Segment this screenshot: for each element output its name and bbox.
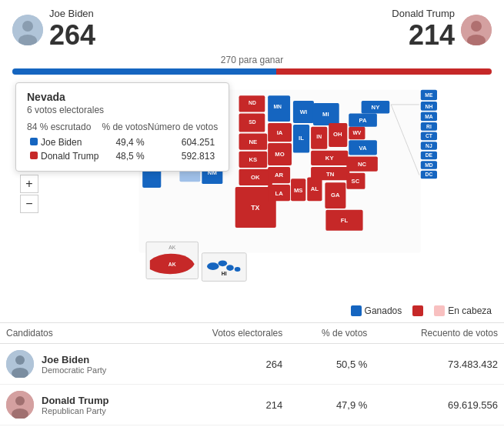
table-row-trump: Donald Trump Republican Party 214 47,9 %… xyxy=(0,385,504,425)
svg-text:HI: HI xyxy=(222,271,227,276)
svg-text:NC: NC xyxy=(358,161,367,168)
svg-text:OH: OH xyxy=(333,131,342,138)
biden-votes: 73.483.432 xyxy=(373,344,504,385)
legend: Ganados En cabeza xyxy=(0,305,504,322)
svg-text:IA: IA xyxy=(277,129,283,136)
svg-point-4 xyxy=(471,21,482,32)
svg-text:ME: ME xyxy=(425,92,433,98)
legend-pink-box xyxy=(434,305,445,316)
tooltip-row-trump: Donald Trump 48,5 % 592.813 xyxy=(27,149,218,163)
svg-point-102 xyxy=(226,265,234,271)
legend-won-trump xyxy=(412,305,423,316)
progress-trump xyxy=(276,68,492,75)
svg-text:IN: IN xyxy=(316,134,322,139)
to-win-label: 270 para ganar xyxy=(221,55,283,65)
biden-avatar-sm xyxy=(6,350,34,378)
trump-vote-count: 214 xyxy=(392,19,455,52)
tooltip-col-num: Número de votos xyxy=(148,122,218,135)
svg-text:NE: NE xyxy=(249,138,258,145)
trump-table-name: Donald Trump xyxy=(42,395,108,406)
svg-text:OK: OK xyxy=(251,174,260,181)
blue-dot xyxy=(30,138,38,145)
progress-biden xyxy=(12,68,276,75)
svg-text:WV: WV xyxy=(352,130,361,135)
svg-text:AK: AK xyxy=(169,245,176,250)
legend-won-label: Ganados xyxy=(365,305,402,316)
tooltip-row-biden: Joe Biden 49,4 % 604.251 xyxy=(27,135,218,149)
col-candidates: Candidatos xyxy=(0,323,168,344)
tooltip-biden-name: Joe Biden xyxy=(27,135,102,149)
legend-won-biden: Ganados xyxy=(351,305,402,316)
svg-text:RI: RI xyxy=(426,124,432,129)
svg-text:MI: MI xyxy=(322,111,329,118)
svg-point-118 xyxy=(15,396,25,405)
svg-text:DE: DE xyxy=(426,152,433,158)
trump-avatar-sm xyxy=(6,391,34,419)
svg-text:TN: TN xyxy=(326,171,335,178)
legend-blue-box xyxy=(351,305,362,316)
tooltip-electoral: 6 votos electorales xyxy=(27,105,218,115)
tooltip-col-pct: % de votos xyxy=(102,122,147,135)
svg-text:PA: PA xyxy=(359,117,368,124)
table-header-row: Candidatos Votos electorales % de votos … xyxy=(0,323,504,344)
svg-text:WI: WI xyxy=(300,108,307,115)
biden-info: Joe Biden Democratic Party xyxy=(42,354,106,375)
svg-text:SC: SC xyxy=(352,178,360,185)
legend-leading-label: En cabeza xyxy=(448,305,492,316)
trump-pct: 47,9 % xyxy=(289,385,373,425)
svg-text:MD: MD xyxy=(425,162,433,168)
trump-cell: Donald Trump Republican Party xyxy=(0,385,168,425)
trump-header: Donald Trump 214 xyxy=(392,8,492,52)
zoom-out-button[interactable]: − xyxy=(20,195,38,213)
tooltip-col-scrutiny: 84 % escrutado xyxy=(27,122,102,135)
svg-text:NH: NH xyxy=(426,104,433,109)
svg-text:NY: NY xyxy=(372,104,381,111)
progress-bar xyxy=(12,68,492,75)
svg-text:LA: LA xyxy=(275,190,283,197)
col-electoral: Votos electorales xyxy=(168,323,289,344)
svg-text:SD: SD xyxy=(249,119,256,125)
biden-electoral: 264 xyxy=(168,344,289,385)
biden-party: Democratic Party xyxy=(42,365,106,375)
biden-header: Joe Biden 264 xyxy=(12,8,95,52)
svg-point-103 xyxy=(235,267,241,272)
col-recount: Recuento de votos xyxy=(373,323,504,344)
svg-text:DC: DC xyxy=(426,172,433,177)
svg-text:ND: ND xyxy=(249,100,256,105)
svg-text:CT: CT xyxy=(426,133,433,138)
trump-info: Donald Trump Republican Party xyxy=(42,395,108,415)
tooltip-biden-votes: 604.251 xyxy=(148,135,218,149)
trump-party: Republican Party xyxy=(42,406,108,415)
svg-text:TX: TX xyxy=(251,204,259,212)
svg-text:GA: GA xyxy=(331,192,340,198)
svg-text:MS: MS xyxy=(294,187,303,194)
red-dot xyxy=(30,152,38,159)
trump-candidate-cell: Donald Trump Republican Party xyxy=(6,391,162,419)
biden-candidate-cell: Joe Biden Democratic Party xyxy=(6,350,162,378)
svg-text:KS: KS xyxy=(249,156,258,163)
svg-point-100 xyxy=(207,262,219,270)
trump-votes: 69.619.556 xyxy=(373,385,504,425)
svg-text:MA: MA xyxy=(425,114,433,119)
svg-point-1 xyxy=(22,21,33,32)
biden-table-name: Joe Biden xyxy=(42,354,106,365)
tooltip-table: 84 % escrutado % de votos Número de voto… xyxy=(27,122,218,163)
svg-text:MN: MN xyxy=(273,104,282,109)
svg-text:MO: MO xyxy=(275,151,284,158)
svg-text:AR: AR xyxy=(275,172,284,178)
svg-text:FL: FL xyxy=(341,217,349,224)
trump-name: Donald Trump xyxy=(392,8,455,19)
tooltip-trump-pct: 48,5 % xyxy=(102,149,147,163)
state-tooltip: Nevada 6 votos electorales 84 % escrutad… xyxy=(15,82,229,172)
zoom-in-button[interactable]: + xyxy=(20,175,38,193)
progress-section: 270 para ganar xyxy=(0,55,504,75)
trump-electoral: 214 xyxy=(168,385,289,425)
tooltip-biden-pct: 49,4 % xyxy=(102,135,147,149)
tooltip-trump-votes: 592.813 xyxy=(148,149,218,163)
svg-text:NJ: NJ xyxy=(426,143,432,148)
biden-name: Joe Biden xyxy=(49,8,95,19)
legend-leading: En cabeza xyxy=(434,305,492,316)
tooltip-state: Nevada xyxy=(27,91,218,103)
table-row-biden: Joe Biden Democratic Party 264 50,5 % 73… xyxy=(0,344,504,385)
biden-vote-count: 264 xyxy=(49,19,95,52)
